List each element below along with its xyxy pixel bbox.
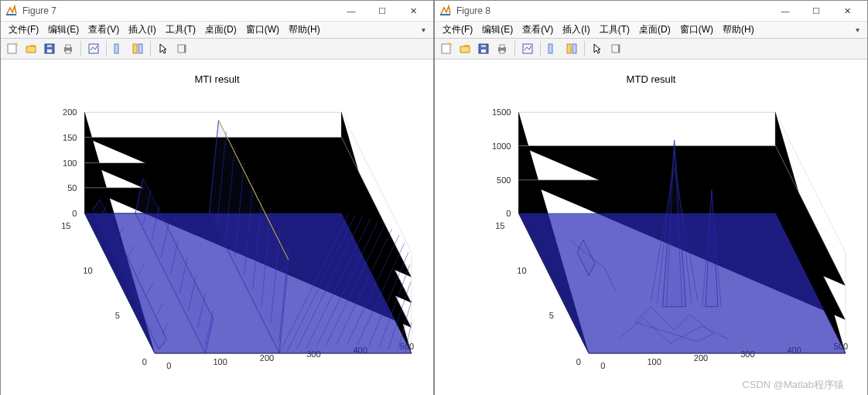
toolbar-separator xyxy=(150,41,151,56)
toolbar-separator xyxy=(80,41,81,56)
titlebar[interactable]: Figure 8 — ☐ ✕ xyxy=(435,1,867,22)
y-tick: 10 xyxy=(517,266,526,275)
close-button[interactable]: ✕ xyxy=(398,1,429,21)
menu-insert[interactable]: 插入(I) xyxy=(124,22,160,38)
y-tick: 15 xyxy=(61,221,70,230)
z-tick: 1500 xyxy=(492,107,511,117)
menu-window[interactable]: 窗口(W) xyxy=(241,22,284,38)
svg-rect-6 xyxy=(66,45,70,48)
maximize-button[interactable]: ☐ xyxy=(801,1,832,21)
plot-3d-mtd: MTD result 0 500 1000 1500 15 10 5 0 0 1… xyxy=(441,66,861,392)
menu-help[interactable]: 帮助(H) xyxy=(284,22,325,38)
menubar: 文件(F) 编辑(E) 查看(V) 插入(I) 工具(T) 桌面(D) 窗口(W… xyxy=(435,22,867,39)
minimize-button[interactable]: — xyxy=(336,1,367,21)
matlab-icon xyxy=(5,5,18,17)
menu-view[interactable]: 查看(V) xyxy=(84,22,124,38)
menu-insert[interactable]: 插入(I) xyxy=(558,22,594,38)
menu-window[interactable]: 窗口(W) xyxy=(675,22,718,38)
x-tick: 100 xyxy=(213,357,227,366)
menu-file[interactable]: 文件(F) xyxy=(438,22,477,38)
save-icon[interactable] xyxy=(41,40,58,57)
svg-rect-14 xyxy=(440,14,450,15)
menu-tools[interactable]: 工具(T) xyxy=(595,22,634,38)
x-tick: 0 xyxy=(600,361,605,370)
toolbar-separator xyxy=(106,41,107,56)
link-plot-icon[interactable] xyxy=(85,40,102,57)
menu-desktop[interactable]: 桌面(D) xyxy=(634,22,675,38)
svg-rect-1 xyxy=(8,44,16,53)
dock2-icon[interactable] xyxy=(563,40,580,57)
figure-window-8: Figure 8 — ☐ ✕ 文件(F) 编辑(E) 查看(V) 插入(I) 工… xyxy=(434,0,868,395)
window-controls: — ☐ ✕ xyxy=(336,1,429,21)
y-tick: 5 xyxy=(549,311,554,320)
svg-rect-22 xyxy=(523,44,532,53)
toolbar-dropdown-icon[interactable]: ▾ xyxy=(851,26,864,34)
plot-area[interactable]: MTD result 0 500 1000 1500 15 10 5 0 0 1… xyxy=(435,60,867,395)
svg-rect-15 xyxy=(442,44,450,53)
z-tick: 100 xyxy=(63,158,77,168)
svg-rect-24 xyxy=(567,44,571,53)
print-icon[interactable] xyxy=(494,40,511,57)
window-controls: — ☐ ✕ xyxy=(770,1,863,21)
x-tick: 200 xyxy=(260,353,274,363)
y-tick: 15 xyxy=(495,221,504,230)
toolbar-dropdown-icon[interactable]: ▾ xyxy=(417,26,430,34)
x-tick: 100 xyxy=(647,357,661,366)
svg-rect-9 xyxy=(114,44,118,53)
plot-area[interactable]: MTI result 0 50 100 150 200 15 10 5 0 0 xyxy=(1,60,433,395)
svg-rect-0 xyxy=(6,14,16,15)
svg-rect-10 xyxy=(133,44,137,53)
insert-colorbar-icon[interactable] xyxy=(173,40,190,57)
plot-title: MTD result xyxy=(627,73,676,85)
menu-help[interactable]: 帮助(H) xyxy=(718,22,759,38)
z-tick: 0 xyxy=(506,209,511,218)
svg-rect-8 xyxy=(89,44,98,53)
print-icon[interactable] xyxy=(60,40,77,57)
menu-desktop[interactable]: 桌面(D) xyxy=(200,22,241,38)
z-tick: 50 xyxy=(67,183,77,192)
watermark-text: CSDN @Matlab程序猿 xyxy=(742,378,844,392)
y-tick: 10 xyxy=(83,266,92,275)
svg-rect-21 xyxy=(500,50,504,53)
svg-rect-17 xyxy=(481,49,486,53)
dock1-icon[interactable] xyxy=(111,40,128,57)
toolbar-separator xyxy=(584,41,585,56)
plot-title: MTI result xyxy=(194,73,239,85)
menu-edit[interactable]: 编辑(E) xyxy=(477,22,518,38)
y-tick: 5 xyxy=(115,311,120,320)
toolbar-separator xyxy=(514,41,515,56)
titlebar[interactable]: Figure 7 — ☐ ✕ xyxy=(1,1,433,22)
insert-colorbar-icon[interactable] xyxy=(607,40,624,57)
x-tick: 200 xyxy=(694,353,708,363)
svg-rect-18 xyxy=(481,45,486,47)
pointer-icon[interactable] xyxy=(155,40,172,57)
toolbar xyxy=(435,39,867,60)
close-button[interactable]: ✕ xyxy=(832,1,863,21)
matlab-icon xyxy=(439,5,452,17)
pointer-icon[interactable] xyxy=(589,40,606,57)
dock1-icon[interactable] xyxy=(545,40,562,57)
save-icon[interactable] xyxy=(475,40,492,57)
y-tick: 0 xyxy=(142,357,147,366)
menu-view[interactable]: 查看(V) xyxy=(518,22,558,38)
new-figure-icon[interactable] xyxy=(4,40,21,57)
open-icon[interactable] xyxy=(22,40,39,57)
dock2-icon[interactable] xyxy=(129,40,146,57)
menu-edit[interactable]: 编辑(E) xyxy=(43,22,84,38)
figure-window-7: Figure 7 — ☐ ✕ 文件(F) 编辑(E) 查看(V) 插入(I) 工… xyxy=(0,0,434,395)
open-icon[interactable] xyxy=(456,40,473,57)
toolbar-separator xyxy=(540,41,541,56)
menu-file[interactable]: 文件(F) xyxy=(4,22,43,38)
new-figure-icon[interactable] xyxy=(438,40,455,57)
menu-tools[interactable]: 工具(T) xyxy=(161,22,200,38)
maximize-button[interactable]: ☐ xyxy=(367,1,398,21)
z-tick: 500 xyxy=(497,175,511,185)
menubar: 文件(F) 编辑(E) 查看(V) 插入(I) 工具(T) 桌面(D) 窗口(W… xyxy=(1,22,433,39)
minimize-button[interactable]: — xyxy=(770,1,801,21)
z-tick: 200 xyxy=(63,107,77,117)
svg-rect-3 xyxy=(47,49,52,53)
y-tick: 0 xyxy=(576,357,581,366)
link-plot-icon[interactable] xyxy=(519,40,536,57)
svg-rect-4 xyxy=(47,45,52,47)
window-title: Figure 7 xyxy=(22,5,336,16)
